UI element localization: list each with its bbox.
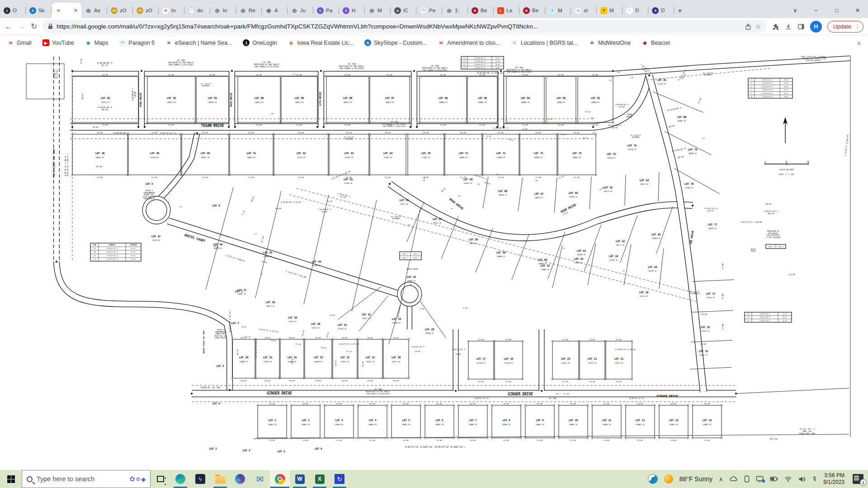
tab[interactable]: ⊕A [262,3,288,18]
tab[interactable]: ◠do [184,3,210,18]
lot-area: 20816 SF [499,194,507,196]
extensions-puzzle-icon[interactable] [772,23,779,30]
tab[interactable]: MIn [159,3,184,18]
tab[interactable]: 1O [0,3,26,18]
tab[interactable]: ONEzO [133,3,159,18]
lot-parcel [506,76,544,122]
minimize-button[interactable]: – [806,3,826,18]
taskbar-scanner-app[interactable]: ↻ [330,470,349,488]
tab[interactable]: Gst [571,3,597,18]
lot-parcel [606,341,632,379]
weather-sun-icon[interactable] [664,474,673,483]
taskbar-mail[interactable]: ✉ [250,470,270,488]
taskbar-chrome[interactable] [270,470,290,488]
tab-active-gmail[interactable]: M✕ [52,3,81,18]
side-panel-icon[interactable] [797,23,805,30]
pen-icon[interactable]: ✎ [810,474,819,483]
tab[interactable]: LLa [494,3,519,18]
bookmarks-overflow-chevron[interactable]: » [857,39,861,47]
bookmark-item[interactable]: ≋eSearch | Name Sea... [165,39,232,46]
tab[interactable]: ⊕1: [442,3,468,18]
map-label: 115.00' [269,439,276,441]
tab[interactable]: CPa [313,3,339,18]
forward-button[interactable]: → [18,22,25,31]
help-icon[interactable]: ? [648,474,658,484]
bookmark-item[interactable]: ◉Beacon [642,39,670,46]
bookmark-item[interactable]: ◉Maps [85,39,108,46]
taskbar-office-app[interactable] [230,470,250,488]
maximize-button[interactable]: □ [826,3,847,18]
weather-text[interactable]: 88°F Sunny [679,475,712,483]
new-tab-button[interactable]: + [674,6,687,18]
bookmark-item[interactable]: ◎Iowa Real Estate Lic... [288,39,354,46]
bookmark-item[interactable]: ◠Paragon 5 [119,39,155,46]
bookmark-item[interactable]: MGmail [7,39,32,46]
tab[interactable]: aiC [391,3,416,18]
tab[interactable]: SSk [26,3,52,18]
tab[interactable]: ⊕M [365,3,391,18]
tab[interactable]: TM [545,3,571,18]
map-label: 115.00' [503,439,510,441]
taskbar-search-input[interactable]: Type here to search ✿ ✿ ◆ [22,470,151,488]
share-icon[interactable] [745,23,751,30]
bookmark-item[interactable]: ≋MidWestOne [589,39,631,46]
tab[interactable]: SD [648,3,674,18]
corner-marker [467,122,468,123]
profile-avatar[interactable]: H [810,21,822,33]
update-button[interactable]: Update ⋮ [827,21,863,33]
browser-menu-icon[interactable]: ⋮ [854,23,860,30]
map-label: N 70°00'00" E [667,107,681,112]
bookmark-item[interactable]: MAmendment to clos... [438,39,500,46]
back-button[interactable]: ← [5,22,12,31]
download-icon[interactable] [785,23,792,30]
volume-icon[interactable] [798,476,806,482]
corner-marker [419,75,420,77]
map-label: 125.00' [385,131,392,134]
tab[interactable]: ⊕Ae [81,3,107,18]
wifi-icon[interactable] [784,476,792,482]
tab[interactable]: ONEzO [107,3,133,18]
tab[interactable]: CH [339,3,365,18]
address-bar[interactable]: https://mail.google.com/mail/u/0/?zx=xg2… [42,20,766,33]
tab-search-button[interactable]: ∨ [785,3,806,18]
taskbar-skyslope-app[interactable]: ϟ [190,470,210,488]
reload-button[interactable]: ↻ [31,22,37,31]
taskbar-word[interactable]: W [290,470,310,488]
tab[interactable]: ⊕Ju [288,3,313,18]
lot-number: LOT 29 [392,317,401,320]
bookmark-label: Amendment to clos... [447,40,500,46]
tab[interactable]: ⊕Io [210,3,236,18]
tab[interactable]: ↗M [597,3,623,18]
battery-icon[interactable] [770,477,778,481]
tab[interactable]: ⊕Re [236,3,262,18]
bookmark-item[interactable]: ∷Locations | BGRS tal... [511,39,578,46]
bookmark-item[interactable]: 1OneLogin [243,39,277,46]
search-daily-image[interactable]: ✿ ✿ ◆ [129,475,146,483]
tab[interactable]: BBe [519,3,545,18]
start-button[interactable] [0,470,22,488]
close-button[interactable]: ✕ [847,3,868,18]
tab[interactable]: BBe [468,3,494,18]
display-icon[interactable] [756,476,764,482]
lot-area: 14314 SF [311,327,320,329]
bookmark-item[interactable]: ▶YouTube [42,39,74,46]
taskbar-excel[interactable]: X [310,470,330,488]
table-cell: 14.14' [495,67,500,69]
tab[interactable]: ∴D [623,3,648,18]
taskbar-clock[interactable]: 3:56 PM 9/1/2023 [823,472,844,486]
hidden-icons-chevron[interactable]: ∧ [719,476,723,483]
bookmark-item[interactable]: SSkySlope - Custom... [364,39,427,46]
taskbar-edge[interactable] [170,470,190,488]
onedrive-cloud-icon[interactable] [730,476,738,482]
map-label: DEDICATED TOTHE PUBLICFOR UTILITIES& LIF… [766,230,781,239]
notification-center-icon[interactable]: 1 [853,474,863,484]
phone-link-icon[interactable] [744,475,750,483]
intersection-dot [231,70,233,72]
taskbar-task-view[interactable] [151,470,170,488]
corner-marker [71,133,73,135]
taskbar-file-explorer[interactable] [210,470,230,488]
tab-close-icon[interactable]: ✕ [74,8,78,14]
bookmark-star-icon[interactable]: ☆ [755,23,761,31]
tab[interactable]: ◠Pe [416,3,442,18]
tab-label: Pe [429,8,435,13]
